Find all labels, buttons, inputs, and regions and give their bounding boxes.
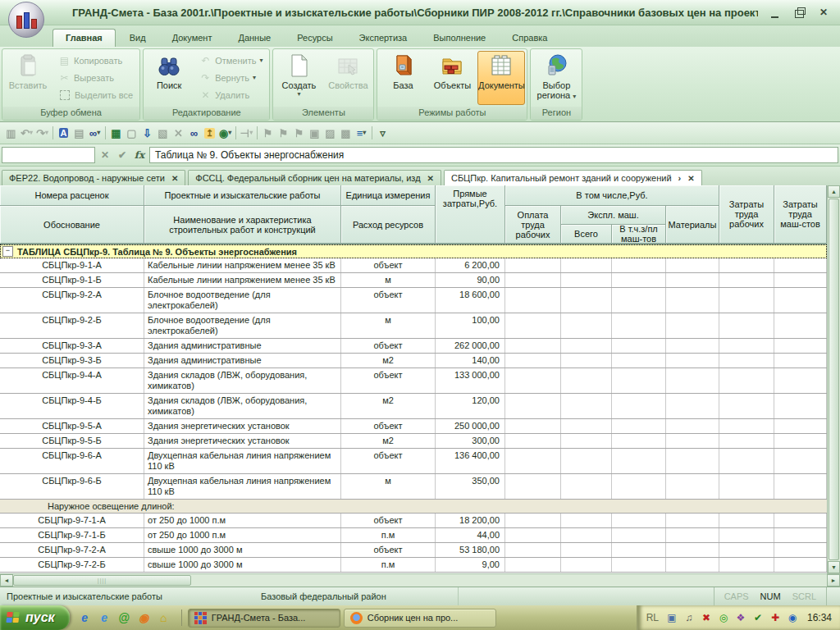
row-labor-costs-cell[interactable] [719, 288, 774, 313]
app-logo-icon[interactable] [8, 2, 44, 38]
row-unit-cell[interactable]: м2 [341, 354, 436, 368]
row-materials-cell[interactable] [666, 288, 719, 313]
row-materials-cell[interactable] [666, 394, 719, 418]
messenger-icon[interactable]: ✔ [751, 611, 765, 624]
undo-button[interactable]: ↶▾ [19, 125, 34, 141]
formula-value-field[interactable]: Таблица № 9. Объекты энергоснабжения [149, 147, 838, 163]
network-status-icon[interactable]: ▣ [665, 611, 678, 624]
row-machinists-pay-cell[interactable] [612, 474, 666, 499]
save-button[interactable]: ▥ [3, 125, 19, 141]
globe-tray-icon[interactable]: ◉ [786, 611, 799, 624]
row-unit-cell[interactable]: м2 [341, 394, 436, 418]
browser-e-icon[interactable]: e [76, 609, 94, 627]
volume-icon[interactable]: ♫ [682, 611, 696, 624]
row-labor-pay-cell[interactable] [505, 288, 561, 313]
minimize-button[interactable] [768, 7, 781, 18]
row-total-cell[interactable] [561, 474, 612, 499]
row-labor-pay-cell[interactable] [505, 474, 561, 499]
security-shield-icon[interactable]: ✚ [769, 611, 782, 624]
base-mode-button[interactable]: База [379, 51, 427, 105]
header-works[interactable]: Проектные и изыскательские работы [144, 185, 341, 206]
header-incl-machinists-pay[interactable]: В т.ч.з/пл маш-тов [612, 225, 666, 244]
cut-button[interactable]: ✂Вырезать [55, 70, 136, 86]
delete-item-button[interactable]: ✕ [171, 125, 186, 141]
row-name-cell[interactable]: Здания административные [144, 339, 341, 353]
header-materials[interactable]: Материалы [666, 206, 719, 244]
view-mode-button[interactable]: ≡▾ [354, 125, 369, 141]
restore-button[interactable] [792, 7, 806, 18]
row-name-cell[interactable]: Двухцепная кабельная линия напряжением 1… [144, 449, 341, 473]
row-direct-costs-cell[interactable]: 6 200,00 [436, 258, 505, 272]
row-machinists-pay-cell[interactable] [612, 258, 666, 272]
row-machine-costs-cell[interactable] [774, 434, 827, 448]
row-materials-cell[interactable] [666, 434, 719, 448]
row-machinists-pay-cell[interactable] [612, 313, 666, 338]
copy-button[interactable]: ▤Копировать [55, 52, 136, 69]
row-machinists-pay-cell[interactable] [612, 558, 666, 572]
table-row[interactable]: СБЦПкр-9-1-АКабельные линии напряжением … [0, 258, 827, 273]
cancel-entry-icon[interactable]: ✕ [98, 149, 112, 161]
row-materials-cell[interactable] [666, 258, 719, 272]
row-name-cell[interactable]: Двухцепная кабельная линия напряжением 1… [144, 474, 341, 499]
header-total[interactable]: Всего [561, 225, 612, 244]
search-button[interactable]: Поиск [145, 51, 193, 105]
table-row[interactable]: СБЦПкр-9-7-1-Бот 250 до 1000 п.мп.м44,00 [0, 528, 827, 543]
function-fx-icon[interactable]: fx [132, 149, 147, 161]
paste-button[interactable]: Вставить [4, 51, 52, 105]
row-labor-costs-cell[interactable] [719, 449, 774, 473]
scroll-up-icon[interactable]: ▲ [828, 185, 840, 198]
toolbar-options-button[interactable]: ▿ [375, 125, 390, 141]
row-machine-costs-cell[interactable] [774, 528, 827, 542]
table-row[interactable]: СБЦПкр-9-3-АЗдания административныеобъек… [0, 339, 827, 354]
row-direct-costs-cell[interactable]: 140,00 [436, 354, 505, 368]
row-unit-cell[interactable]: м2 [341, 434, 436, 448]
row-code-cell[interactable]: СБЦПкр-9-7-1-А [0, 514, 144, 527]
edit-table-button[interactable]: ▦ [108, 125, 124, 141]
print-stamp-button[interactable]: ▤ [71, 125, 87, 141]
flag-yellow-button[interactable]: ⚑ [276, 125, 291, 141]
row-machine-costs-cell[interactable] [774, 339, 827, 353]
row-total-cell[interactable] [561, 313, 612, 338]
create-button[interactable]: Создать ▾ [275, 51, 322, 105]
header-labor-pay[interactable]: Оплата труда рабочих [505, 206, 561, 244]
refresh-button[interactable]: ▩ [338, 125, 354, 141]
header-justification[interactable]: Обоснование [0, 206, 144, 244]
row-labor-pay-cell[interactable] [505, 434, 561, 448]
find-button[interactable]: ∞ [186, 125, 202, 141]
row-code-cell[interactable]: СБЦПкр-9-4-А [0, 368, 144, 393]
row-machinists-pay-cell[interactable] [612, 288, 666, 313]
row-labor-costs-cell[interactable] [719, 394, 774, 418]
row-name-cell[interactable]: Кабельные линии напряжением менее 35 кВ [144, 273, 341, 287]
redo-button[interactable]: ↷▾ [34, 125, 50, 141]
row-labor-costs-cell[interactable] [719, 558, 774, 572]
row-machinists-pay-cell[interactable] [612, 394, 666, 418]
row-code-cell[interactable]: СБЦПкр-9-5-А [0, 419, 144, 433]
flag-red-button[interactable]: ⚑ [260, 125, 276, 141]
row-total-cell[interactable] [561, 273, 612, 287]
row-name-cell[interactable]: Блочное водоотведение (для электрокабеле… [144, 288, 341, 313]
row-direct-costs-cell[interactable]: 18 600,00 [436, 288, 505, 313]
row-code-cell[interactable]: СБЦПкр-9-6-Б [0, 474, 144, 499]
row-labor-pay-cell[interactable] [505, 354, 561, 368]
row-labor-pay-cell[interactable] [505, 419, 561, 433]
ribbon-tab-expertise[interactable]: Экспертиза [347, 30, 420, 47]
table-row[interactable]: СБЦПкр-9-5-БЗдания энергетических устано… [0, 434, 827, 449]
table-row[interactable]: СБЦПкр-9-6-АДвухцепная кабельная линия н… [0, 449, 827, 474]
folder-up-button[interactable]: ↥ [202, 125, 217, 141]
row-labor-pay-cell[interactable] [505, 558, 561, 572]
row-unit-cell[interactable]: объект [341, 368, 436, 393]
row-machine-costs-cell[interactable] [774, 288, 827, 313]
table-row[interactable]: СБЦПкр-9-6-БДвухцепная кабельная линия н… [0, 474, 827, 500]
row-machinists-pay-cell[interactable] [612, 543, 666, 557]
collapse-icon[interactable]: − [2, 246, 13, 257]
row-machine-costs-cell[interactable] [774, 543, 827, 557]
row-name-cell[interactable]: от 250 до 1000 п.м [144, 528, 341, 542]
row-total-cell[interactable] [561, 339, 612, 353]
row-name-cell[interactable]: Здания энергетических установок [144, 434, 341, 448]
select-all-button[interactable]: Выделить все [55, 87, 136, 103]
row-labor-pay-cell[interactable] [505, 528, 561, 542]
vertical-scroll-thumb[interactable] [829, 199, 839, 560]
flag-green-button[interactable]: ⚑ [291, 125, 307, 141]
table-row[interactable]: СБЦПкр-9-5-АЗдания энергетических устано… [0, 419, 827, 434]
row-direct-costs-cell[interactable]: 120,00 [436, 394, 505, 418]
